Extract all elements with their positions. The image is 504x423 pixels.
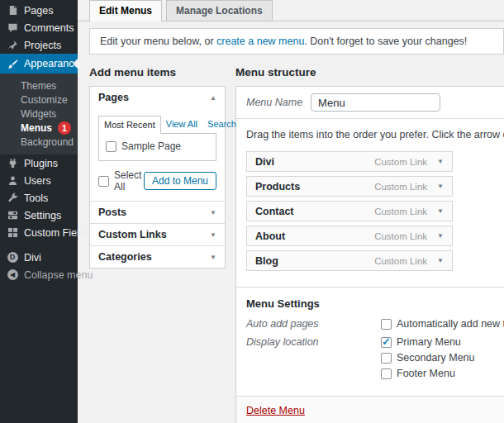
select-all-label: Select All: [114, 169, 144, 192]
menu-item-type: Custom Link: [374, 207, 427, 216]
nav-tab-bar: Edit Menus Manage Locations: [78, 0, 504, 21]
pages-panel-header[interactable]: Pages ▲: [90, 87, 225, 108]
sidebar-item-label: Divi: [24, 252, 41, 264]
pages-panel-title: Pages: [98, 92, 129, 103]
main-content: Edit Menus Manage Locations Edit your me…: [78, 0, 504, 423]
pages-inner-tabs: Most Recent View All Search: [98, 116, 216, 134]
menu-item-type: Custom Link: [374, 157, 427, 167]
add-menu-items-column: Add menu items Pages ▲ Most Recent View …: [89, 66, 226, 269]
sidebar-item-pages[interactable]: Pages: [0, 2, 78, 19]
user-icon: [7, 175, 18, 187]
custom-links-panel-header[interactable]: Custom Links ▼: [90, 223, 225, 245]
sidebar-item-label: Tools: [24, 192, 48, 204]
divi-icon: D: [7, 252, 18, 264]
sidebar-item-plugins[interactable]: Plugins: [0, 154, 78, 172]
menu-structure-column: Menu structure Menu Name Drag the items …: [235, 66, 504, 423]
menu-name-row: Menu Name: [236, 87, 504, 119]
secondary-menu-checkbox[interactable]: [381, 353, 392, 364]
sidebar-item-comments[interactable]: Comments: [0, 19, 78, 36]
auto-add-option-label: Automatically add new top-level pages to…: [397, 318, 504, 330]
add-to-menu-button[interactable]: Add to Menu: [144, 172, 216, 190]
admin-sidebar: Pages Comments Projects Appearance Theme…: [0, 0, 78, 423]
chevron-down-icon[interactable]: ▼: [437, 183, 444, 190]
sidebar-item-appearance[interactable]: Appearance: [0, 54, 78, 74]
chevron-down-icon[interactable]: ▼: [210, 209, 216, 216]
chevron-down-icon[interactable]: ▼: [437, 158, 444, 165]
menu-item-divi[interactable]: Divi Custom Link ▼: [246, 151, 453, 172]
menu-structure-title: Menu structure: [235, 66, 504, 78]
location-option-primary: Primary Menu: [381, 336, 475, 348]
submenu-item-themes[interactable]: Themes: [0, 78, 78, 93]
pages-panel-body: Most Recent View All Search Sample Page: [90, 115, 225, 201]
sidebar-item-collapse-menu[interactable]: ◀ Collapse menu: [0, 266, 78, 283]
footer-menu-checkbox[interactable]: [381, 368, 392, 379]
add-menu-items-title: Add menu items: [89, 66, 226, 78]
menu-item-label: Blog: [255, 255, 278, 267]
submenu-item-menus[interactable]: Menus 1: [0, 121, 78, 135]
menu-item-about[interactable]: About Custom Link ▼: [246, 226, 453, 246]
tab-edit-menus[interactable]: Edit Menus: [89, 0, 162, 21]
tab-search[interactable]: Search: [202, 116, 241, 134]
location-label: Secondary Menu: [397, 352, 475, 364]
menu-item-products[interactable]: Products Custom Link ▼: [246, 176, 453, 197]
sidebar-item-custom-fields[interactable]: Custom Fields: [0, 224, 78, 241]
sidebar-item-projects[interactable]: Projects: [0, 36, 78, 54]
menu-item-label: About: [255, 231, 285, 242]
submenu-item-label: Widgets: [21, 108, 56, 120]
create-new-menu-link[interactable]: create a new menu: [216, 36, 304, 47]
categories-panel-header[interactable]: Categories ▼: [90, 245, 225, 268]
menu-name-input[interactable]: [311, 93, 440, 112]
chevron-up-icon[interactable]: ▲: [210, 94, 216, 102]
primary-menu-checkbox[interactable]: [381, 337, 392, 348]
sidebar-item-divi[interactable]: D Divi: [0, 249, 78, 266]
page-item-label: Sample Page: [121, 140, 181, 152]
menu-item-label: Divi: [255, 156, 274, 168]
submenu-item-label: Menus: [21, 122, 52, 134]
pages-icon: [7, 5, 18, 17]
submenu-item-widgets[interactable]: Widgets: [0, 107, 78, 121]
location-label: Footer Menu: [397, 368, 455, 379]
sidebar-item-label: Pages: [24, 5, 53, 17]
menu-name-label: Menu Name: [246, 97, 302, 108]
auto-add-checkbox[interactable]: [381, 319, 392, 330]
custom-fields-icon: [7, 227, 18, 239]
delete-menu-link[interactable]: Delete Menu: [246, 405, 305, 416]
menu-item-label: Contact: [255, 206, 294, 217]
posts-panel-title: Posts: [98, 207, 126, 218]
display-location-row: Display location Primary Menu Secondary …: [246, 336, 504, 379]
menu-item-type: Custom Link: [374, 182, 427, 192]
tab-manage-locations[interactable]: Manage Locations: [166, 0, 273, 21]
chevron-down-icon[interactable]: ▼: [210, 231, 216, 239]
sidebar-item-label: Custom Fields: [24, 227, 90, 239]
menu-item-contact[interactable]: Contact Custom Link ▼: [246, 201, 453, 221]
submenu-item-customize[interactable]: Customize: [0, 93, 78, 107]
chevron-down-icon[interactable]: ▼: [437, 207, 444, 215]
submenu-item-label: Themes: [21, 80, 56, 92]
sidebar-spacer: [0, 241, 78, 249]
wrench-icon: [7, 192, 18, 204]
select-all-row: Select All: [98, 169, 144, 192]
auto-add-pages-row: Auto add pages Automatically add new top…: [246, 318, 504, 330]
collapse-arrow-icon: ◀: [7, 269, 18, 281]
location-option-footer: Footer Menu: [381, 368, 475, 379]
sample-page-checkbox[interactable]: [106, 141, 116, 152]
sidebar-item-label: Users: [24, 175, 51, 187]
tab-most-recent[interactable]: Most Recent: [98, 116, 161, 134]
chevron-down-icon[interactable]: ▼: [437, 232, 444, 240]
submenu-item-label: Background: [21, 136, 74, 148]
appearance-submenu: Themes Customize Widgets Menus 1 Backgro…: [0, 74, 78, 154]
tab-view-all[interactable]: View All: [161, 116, 202, 134]
posts-panel-header[interactable]: Posts ▼: [90, 201, 225, 223]
menu-item-blog[interactable]: Blog Custom Link ▼: [246, 250, 453, 271]
settings-icon: [7, 210, 18, 221]
sidebar-item-settings[interactable]: Settings: [0, 207, 78, 224]
menu-items-accordion: Pages ▲ Most Recent View All Search Samp…: [89, 86, 226, 269]
sidebar-item-label: Collapse menu: [24, 269, 93, 281]
chevron-down-icon[interactable]: ▼: [437, 257, 444, 264]
location-option-secondary: Secondary Menu: [381, 352, 475, 364]
sidebar-item-tools[interactable]: Tools: [0, 189, 78, 207]
select-all-checkbox[interactable]: [98, 176, 109, 187]
sidebar-item-users[interactable]: Users: [0, 172, 78, 189]
chevron-down-icon[interactable]: ▼: [210, 254, 216, 261]
submenu-item-background[interactable]: Background: [0, 135, 78, 149]
